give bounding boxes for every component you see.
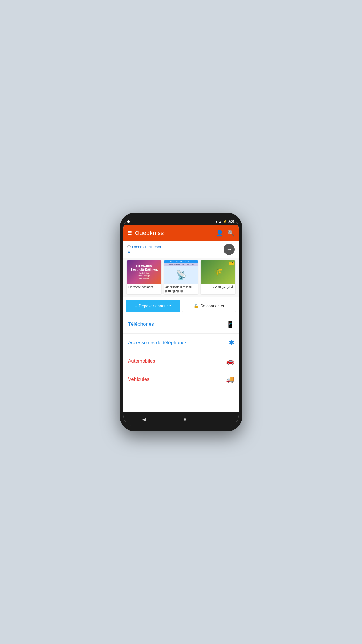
formation-subtitle: Electricité Bâtiment <box>131 268 158 271</box>
category-item-vehicules[interactable]: Véhicules 🚚 <box>123 370 239 388</box>
app-bar: ☰ Ouedkniss 👤 🔍 <box>123 225 239 241</box>
agri-icon: 🌾 <box>214 268 222 276</box>
product-label-2: Amplificateur reseau gsm 2g 3g 4g <box>164 284 198 294</box>
deposer-label: Déposer annonce <box>139 304 171 308</box>
deposer-annonce-button[interactable]: + Déposer annonce <box>126 300 180 312</box>
ad-url[interactable]: Droomcredit.com <box>132 245 161 249</box>
plus-icon: + <box>135 304 137 308</box>
category-label-telephones: Téléphones <box>128 321 154 327</box>
product-label-1: Electricite batiment <box>127 284 161 290</box>
gsm-warranty: 1 Year Warranty 900+1800+2100 <box>164 263 198 266</box>
home-button[interactable] <box>179 415 191 423</box>
ad-banner: ⓘ Droomcredit.com ✕ → <box>123 241 239 258</box>
se-connecter-button[interactable]: 🔒 Se connecter <box>182 300 236 312</box>
battery-icon: ⚡ <box>223 220 227 224</box>
category-label-automobiles: Automobiles <box>128 358 155 364</box>
user-icon[interactable]: 👤 <box>216 230 223 237</box>
nav-bar <box>123 412 239 426</box>
category-item-automobiles[interactable]: Automobiles 🚗 <box>123 352 239 370</box>
scroll-content: ⓘ Droomcredit.com ✕ → FORMATION Electric… <box>123 241 239 412</box>
menu-icon[interactable]: ☰ <box>127 230 132 236</box>
antenna-icon: 📡 <box>176 270 187 280</box>
category-label-accessoires: Accessoires de téléphones <box>128 340 187 346</box>
gsm-body: 📡 <box>164 266 198 284</box>
status-time: 2:21 <box>228 220 235 223</box>
bluetooth-icon: ✱ <box>229 339 234 346</box>
category-list: Téléphones 📱 Accessoires de téléphones ✱… <box>123 315 239 388</box>
app-bar-right: 👤 🔍 <box>216 230 235 237</box>
product-image-1: FORMATION Electricité Bâtiment Installat… <box>127 260 161 284</box>
product-card-1[interactable]: FORMATION Electricité Bâtiment Installat… <box>127 260 161 294</box>
product-card-2[interactable]: Mobile Signal Booster Store 1 Year Warra… <box>164 260 198 294</box>
signal-icon: ▲ <box>219 220 222 223</box>
connecter-label: Se connecter <box>200 304 224 308</box>
ad-close-button[interactable]: ✕ <box>127 250 161 254</box>
search-icon[interactable]: 🔍 <box>227 230 235 237</box>
recent-button[interactable] <box>220 417 224 421</box>
formation-title: FORMATION <box>136 265 152 267</box>
status-left <box>127 220 130 223</box>
status-bar: ▾ ▲ ⚡ 2:21 <box>123 218 239 225</box>
gsm-header: Mobile Signal Booster Store <box>164 260 198 263</box>
badge-18: 18 <box>229 262 234 265</box>
products-row: FORMATION Electricité Bâtiment Installat… <box>123 258 239 297</box>
wifi-icon: ▾ <box>216 220 217 224</box>
car-icon: 🚗 <box>226 357 234 365</box>
product-image-3: 🌾 18 <box>201 260 235 284</box>
truck-icon: 🚚 <box>226 376 234 383</box>
product-image-text-1: FORMATION Electricité Bâtiment Installat… <box>127 260 161 284</box>
ad-info-icon: ⓘ <box>127 245 131 249</box>
status-indicator <box>127 220 130 223</box>
phone-icon: 📱 <box>226 321 234 328</box>
category-item-telephones[interactable]: Téléphones 📱 <box>123 315 239 334</box>
ad-info-row: ⓘ Droomcredit.com <box>127 245 161 249</box>
product-image-2: Mobile Signal Booster Store 1 Year Warra… <box>164 260 198 284</box>
formation-items: InstallationDépannageRéparation <box>138 272 150 280</box>
app-title: Ouedkniss <box>135 230 164 237</box>
status-right: ▾ ▲ ⚡ 2:21 <box>216 220 235 224</box>
ad-arrow-button[interactable]: → <box>224 244 235 255</box>
app-bar-left: ☰ Ouedkniss <box>127 230 164 237</box>
phone-screen: ▾ ▲ ⚡ 2:21 ☰ Ouedkniss 👤 🔍 ⓘ <box>123 218 239 426</box>
ad-info: ⓘ Droomcredit.com ✕ <box>127 245 161 254</box>
back-button[interactable] <box>138 415 150 423</box>
category-label-vehicules: Véhicules <box>128 377 150 382</box>
product-card-3[interactable]: 🌾 18 تأهيلي في الفلاحة <box>201 260 235 294</box>
product-label-3: تأهيلي في الفلاحة <box>201 284 235 290</box>
phone-frame: ▾ ▲ ⚡ 2:21 ☰ Ouedkniss 👤 🔍 ⓘ <box>120 213 242 431</box>
category-item-accessoires[interactable]: Accessoires de téléphones ✱ <box>123 334 239 352</box>
lock-icon: 🔒 <box>194 304 198 308</box>
action-buttons: + Déposer annonce 🔒 Se connecter <box>123 297 239 315</box>
